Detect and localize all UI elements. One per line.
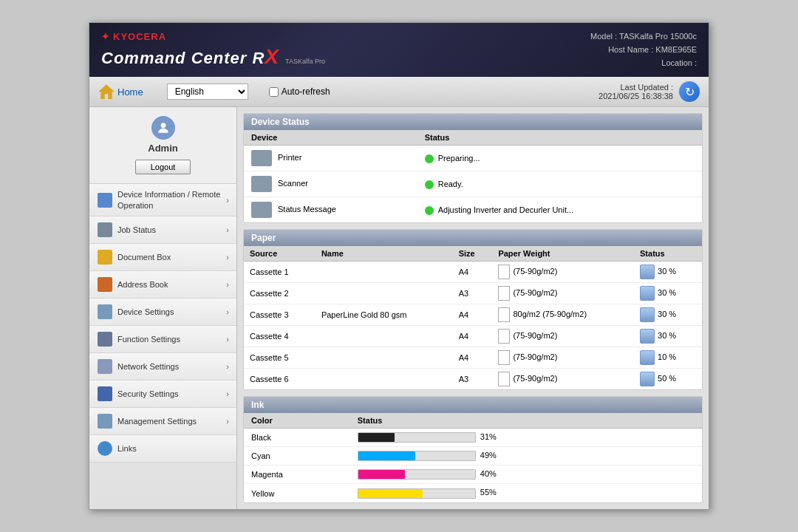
paper-section: Paper SourceNameSizePaper WeightStatus C…: [243, 229, 703, 390]
sidebar-item-security-settings[interactable]: Security Settings›: [89, 381, 236, 408]
paper-size-cell: A4: [453, 262, 493, 283]
ink-status-cell: 31%: [350, 429, 702, 447]
sidebar-item-management-settings[interactable]: Management Settings›: [89, 408, 236, 435]
ink-color-cell: Magenta: [244, 466, 350, 484]
network-settings-icon: [97, 358, 113, 375]
paper-name-cell: [316, 262, 453, 283]
sidebar-item-arrow-function-settings: ›: [226, 335, 229, 344]
sidebar-item-device-settings[interactable]: Device Settings›: [89, 299, 236, 326]
ink-status-cell: 40%: [350, 466, 702, 484]
scanner-icon: [251, 176, 272, 192]
auto-refresh-label[interactable]: Auto-refresh: [269, 86, 330, 97]
gauge-icon: [640, 265, 655, 279]
sidebar: Admin Logout Device Information / Remote…: [89, 107, 237, 508]
paper-weight-cell: (75-90g/m2): [492, 347, 634, 369]
paper-sheet-icon: [498, 372, 510, 386]
location-label: Location :: [590, 57, 697, 70]
paper-name-cell: [316, 283, 453, 304]
table-row: Yellow55%: [244, 484, 702, 502]
device-name-cell: Scanner: [244, 171, 417, 197]
function-settings-icon: [97, 331, 113, 347]
paper-source-cell: Cassette 2: [244, 283, 316, 304]
table-row: Cassette 6A3(75-90g/m2)50 %: [244, 369, 702, 390]
sidebar-item-label-device-info: Device Information / Remote Operation: [117, 189, 222, 211]
sidebar-item-label-function-settings: Function Settings: [117, 334, 222, 344]
ink-bar-fill: [358, 451, 415, 460]
home-link[interactable]: Home: [98, 84, 143, 99]
main-content: Device Status Device Status PrinterPrepa…: [237, 107, 709, 508]
sidebar-item-label-security-settings: Security Settings: [117, 389, 222, 399]
sidebar-item-label-device-settings: Device Settings: [117, 307, 222, 317]
sidebar-item-arrow-job-status: ›: [226, 225, 229, 234]
paper-source-cell: Cassette 3: [244, 304, 316, 326]
paper-name-cell: [316, 347, 453, 369]
sidebar-item-arrow-network-settings: ›: [226, 362, 229, 371]
avatar: [151, 116, 175, 140]
sidebar-item-address-book[interactable]: Address Book›: [89, 271, 236, 299]
host-label: Host Name : KM8E965E: [590, 44, 697, 57]
sidebar-item-job-status[interactable]: Job Status›: [89, 216, 236, 244]
sidebar-item-label-network-settings: Network Settings: [117, 361, 222, 372]
paper-sheet-icon: [498, 350, 510, 365]
gauge-icon: [640, 350, 655, 365]
sidebar-item-label-address-book: Address Book: [117, 279, 222, 290]
paper-status-cell: 10 %: [634, 347, 702, 369]
sidebar-item-arrow-device-settings: ›: [226, 307, 229, 316]
device-info-icon: [97, 192, 113, 208]
content-area: Admin Logout Device Information / Remote…: [89, 107, 709, 508]
header: ✦ KYOCERA Command Center RX TASKalfa Pro…: [89, 23, 709, 77]
auto-refresh-checkbox[interactable]: [269, 87, 279, 97]
gauge-icon: [640, 307, 655, 322]
sidebar-item-arrow-address-book: ›: [226, 280, 229, 289]
paper-status-cell: 30 %: [634, 326, 702, 347]
paper-name-cell: PaperLine Gold 80 gsm: [316, 304, 453, 326]
header-info: Model : TASKalfa Pro 15000c Host Name : …: [590, 30, 697, 69]
status-indicator: [425, 180, 434, 189]
admin-section: Admin Logout: [89, 107, 236, 184]
admin-name: Admin: [148, 143, 177, 154]
ink-percent-label: 55%: [480, 488, 497, 497]
ink-percent-label: 49%: [480, 451, 497, 460]
ink-color-cell: Yellow: [244, 484, 350, 502]
table-row: ScannerReady.: [244, 171, 702, 197]
address-book-icon: [97, 276, 113, 293]
paper-size-cell: A4: [453, 304, 493, 326]
sidebar-item-label-document-box: Document Box: [117, 252, 222, 262]
language-select[interactable]: English: [167, 83, 248, 100]
refresh-button[interactable]: ↻: [679, 81, 700, 102]
ink-bar-fill: [358, 470, 405, 479]
app-title: Command Center RX: [101, 45, 279, 69]
paper-sheet-icon: [498, 286, 510, 301]
sidebar-item-network-settings[interactable]: Network Settings›: [89, 353, 236, 381]
sidebar-item-links[interactable]: Links: [89, 435, 236, 463]
paper-weight-cell: (75-90g/m2): [492, 326, 634, 347]
table-row: Status MessageAdjusting Inverter and Dec…: [244, 197, 702, 223]
paper-status-cell: 30 %: [634, 262, 702, 283]
main-window: ✦ KYOCERA Command Center RX TASKalfa Pro…: [89, 22, 709, 509]
device-name-cell: Printer: [244, 146, 417, 171]
job-status-icon: [97, 222, 113, 238]
paper-status-cell: 30 %: [634, 304, 702, 326]
table-row: Cassette 2A3(75-90g/m2)30 %: [244, 283, 702, 304]
links-icon: [97, 440, 113, 457]
security-settings-icon: [97, 386, 113, 402]
table-row: Cassette 5A4(75-90g/m2)10 %: [244, 347, 702, 369]
sidebar-item-document-box[interactable]: Document Box›: [89, 244, 236, 271]
sidebar-item-label-job-status: Job Status: [117, 225, 222, 235]
paper-col-name: Name: [316, 246, 453, 262]
logout-button[interactable]: Logout: [135, 160, 191, 174]
ink-percent-label: 40%: [480, 469, 497, 478]
ink-col-status: Status: [350, 413, 702, 429]
sidebar-item-device-info[interactable]: Device Information / Remote Operation›: [89, 184, 236, 216]
sidebar-item-label-links: Links: [117, 443, 225, 454]
paper-source-cell: Cassette 1: [244, 262, 316, 283]
taskalfa-logo: TASKalfa Pro: [285, 58, 325, 65]
paper-name-cell: [316, 369, 453, 390]
sidebar-item-function-settings[interactable]: Function Settings›: [89, 326, 236, 353]
paper-status-cell: 30 %: [634, 283, 702, 304]
sidebar-nav: Device Information / Remote Operation›Jo…: [89, 184, 236, 463]
paper-weight-cell: (75-90g/m2): [492, 283, 634, 304]
sidebar-item-arrow-management-settings: ›: [226, 417, 229, 426]
table-row: Cyan49%: [244, 447, 702, 466]
paper-weight-cell: (75-90g/m2): [492, 262, 634, 283]
